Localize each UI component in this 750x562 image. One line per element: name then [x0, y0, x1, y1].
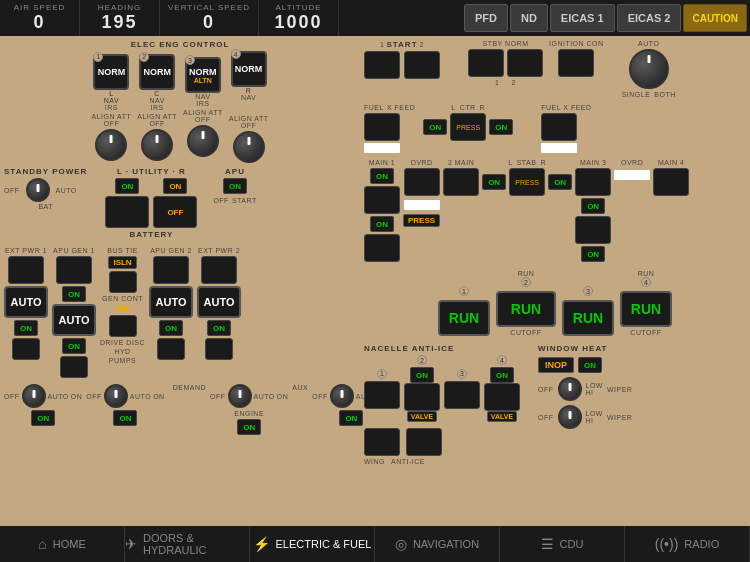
navigation-icon: ◎	[395, 536, 407, 552]
run-btn-1[interactable]: RUN	[438, 300, 490, 336]
vspeed-label: VERTICAL SPEED	[168, 3, 250, 12]
fuel-xfeed-btn[interactable]	[364, 113, 400, 141]
on-ind-pump1[interactable]: ON	[31, 410, 55, 426]
battery-btn-2[interactable]: OFF	[153, 196, 197, 228]
stab-press-btn[interactable]: PRESS	[509, 168, 545, 196]
sm-btn-ext2[interactable]	[205, 338, 233, 360]
knob-3[interactable]	[187, 125, 219, 157]
auto-btn-3[interactable]: AUTO	[149, 286, 193, 318]
on-ind-apugen2[interactable]: ON	[159, 320, 183, 336]
main2-btn[interactable]	[443, 168, 479, 196]
knob-2[interactable]	[141, 129, 173, 161]
cutoff-label-4: CUTOFF	[630, 329, 661, 336]
on-ind-apugen1[interactable]: ON	[62, 286, 86, 302]
apu-gen2-btn[interactable]	[153, 256, 189, 284]
pfd-button[interactable]: PFD	[464, 4, 508, 32]
nav-cdu[interactable]: ☰ CDU	[500, 526, 625, 562]
auto-btn-2[interactable]: AUTO	[52, 304, 96, 336]
window-heat-on[interactable]: ON	[578, 357, 602, 373]
nav-electric[interactable]: ⚡ ELECTRIC & FUEL	[250, 526, 375, 562]
stby-btn-1[interactable]	[468, 49, 504, 77]
wiper-knob-2[interactable]	[558, 405, 582, 429]
ignition-btn[interactable]	[558, 49, 594, 77]
run-btn-4[interactable]: RUN	[620, 291, 672, 327]
wiper-knob-1[interactable]	[558, 377, 582, 401]
nav-home[interactable]: ⌂ HOME	[0, 526, 125, 562]
pump-knob-4[interactable]	[330, 384, 354, 408]
wing-btn[interactable]	[364, 428, 400, 456]
main3-btn[interactable]	[575, 168, 611, 196]
standby-knob[interactable]	[26, 178, 50, 202]
on-ind-main3-b[interactable]: ON	[581, 246, 605, 262]
on-ind-ext1[interactable]: ON	[14, 320, 38, 336]
ctr-press-btn[interactable]: PRESS	[450, 113, 486, 141]
run-btn-2[interactable]: RUN	[496, 291, 556, 327]
bus-tie-btn[interactable]	[109, 271, 137, 293]
knob-4[interactable]	[233, 131, 265, 163]
auto-btn-4[interactable]: AUTO	[197, 286, 241, 318]
on-ind-apugen1-b[interactable]: ON	[62, 338, 86, 354]
sm-btn-ext1[interactable]	[12, 338, 40, 360]
fuel-xfeed-right-btn[interactable]	[541, 113, 577, 141]
badge-1: 1	[93, 52, 103, 62]
main4-btn[interactable]	[653, 168, 689, 196]
pump-knob-3[interactable]	[228, 384, 252, 408]
on-ind-pump3[interactable]: ON	[237, 419, 261, 435]
ext-pwr2-btn[interactable]	[201, 256, 237, 284]
main3-btn-b[interactable]	[575, 216, 611, 244]
nacelle-btn-4[interactable]	[484, 383, 520, 411]
sm-btn-apugen1[interactable]	[60, 356, 88, 378]
on-ind-main1[interactable]: ON	[370, 168, 394, 184]
auto-single-knob[interactable]	[629, 49, 669, 89]
main1-btn[interactable]	[364, 186, 400, 214]
elec-eng-label: ELEC ENG CONTROL	[131, 40, 230, 49]
nav-navigation[interactable]: ◎ NAVIGATION	[375, 526, 500, 562]
engine1-section: 1 RUN	[438, 288, 490, 336]
stby-btn-2[interactable]	[507, 49, 543, 77]
eicas2-button[interactable]: EICAS 2	[617, 4, 682, 32]
apu-on-ind[interactable]: ON	[223, 178, 247, 194]
on-ind-main3[interactable]: ON	[581, 198, 605, 214]
on-ind-l[interactable]: ON	[423, 119, 447, 135]
battery-btn-1[interactable]	[105, 196, 149, 228]
standby-off-label: OFF	[4, 187, 20, 194]
nacelle-btn-3[interactable]	[444, 381, 480, 409]
nacelle-on-4[interactable]: ON	[490, 367, 514, 383]
auto-btn-1[interactable]: AUTO	[4, 286, 48, 318]
start-btn-2[interactable]	[404, 51, 440, 79]
anti-ice-btn[interactable]	[406, 428, 442, 456]
knob-1[interactable]	[95, 129, 127, 161]
apu-gen1-btn[interactable]	[56, 256, 92, 284]
pump-knob-1[interactable]	[22, 384, 46, 408]
nav-home-label: HOME	[53, 538, 86, 550]
nav-radio[interactable]: ((•)) RADIO	[625, 526, 750, 562]
start-btn-1[interactable]	[364, 51, 400, 79]
main4-label: MAIN 4	[658, 159, 684, 166]
pump-knob-2[interactable]	[104, 384, 128, 408]
on-ind-main1-b[interactable]: ON	[370, 216, 394, 232]
run-btn-3[interactable]: RUN	[562, 300, 614, 336]
on-ind-pump2[interactable]: ON	[113, 410, 137, 426]
on-ind-stab-l[interactable]: ON	[482, 174, 506, 190]
gen-cont-btn[interactable]	[109, 315, 137, 337]
press-ind-main[interactable]: PRESS	[403, 214, 440, 227]
bus-tie-section: BUS TIE ISLN GEN CONT OFF DRIVE DISC HYD…	[100, 247, 145, 364]
nacelle-on-2[interactable]: ON	[410, 367, 434, 383]
sm-btn-apugen2[interactable]	[157, 338, 185, 360]
caution-button[interactable]: CAUTION	[683, 4, 747, 32]
main1-btn-b[interactable]	[364, 234, 400, 262]
on-ind-r[interactable]: ON	[489, 119, 513, 135]
on-ind-off-2[interactable]: ON	[163, 178, 187, 194]
on-ind-ext2[interactable]: ON	[207, 320, 231, 336]
nacelle-btn-1[interactable]	[364, 381, 400, 409]
vspeed-value: 0	[203, 12, 215, 33]
on-ind-1[interactable]: ON	[115, 178, 139, 194]
battery-label: BATTERY	[105, 230, 197, 239]
nd-button[interactable]: ND	[510, 4, 548, 32]
nacelle-btn-2[interactable]	[404, 383, 440, 411]
nav-doors[interactable]: ✈ DOORS & HYDRAULIC	[125, 526, 250, 562]
ext-pwr1-btn[interactable]	[8, 256, 44, 284]
ovrd1-btn[interactable]	[404, 168, 440, 196]
eicas1-button[interactable]: EICAS 1	[550, 4, 615, 32]
on-ind-stab-r[interactable]: ON	[548, 174, 572, 190]
